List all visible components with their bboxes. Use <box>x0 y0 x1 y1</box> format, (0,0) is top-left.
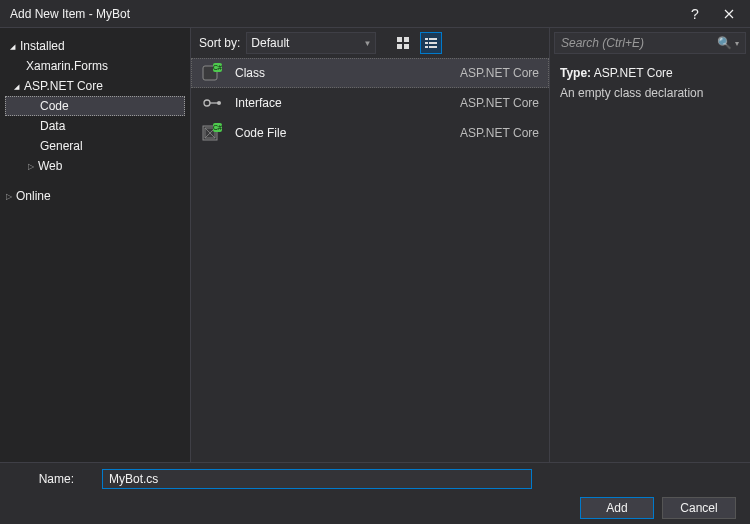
detail-description: An empty class declaration <box>560 86 740 100</box>
tree-node-code[interactable]: Code <box>5 96 185 116</box>
list-icon <box>424 36 438 50</box>
svg-text:C#: C# <box>213 124 222 131</box>
tree-node-aspnet-core[interactable]: ASP.NET Core <box>6 76 184 96</box>
detail-type-row: Type: ASP.NET Core <box>560 66 740 80</box>
grid-icon <box>396 36 410 50</box>
button-row: Add Cancel <box>0 491 750 524</box>
search-icon: 🔍 <box>717 36 732 50</box>
detail-body: Type: ASP.NET Core An empty class declar… <box>550 58 750 108</box>
search-input[interactable] <box>561 36 717 50</box>
svg-rect-8 <box>425 46 428 48</box>
template-item-interface[interactable]: Interface ASP.NET Core <box>191 88 549 118</box>
tree-label: Code <box>40 99 69 113</box>
template-list-pane: Sort by: Default ▼ <box>190 28 550 462</box>
close-button[interactable] <box>712 1 746 27</box>
svg-point-13 <box>204 100 210 106</box>
bottom-panel: Name: Add Cancel <box>0 462 750 524</box>
tree-node-online[interactable]: Online <box>6 186 184 206</box>
detail-pane: 🔍 ▾ Type: ASP.NET Core An empty class de… <box>550 28 750 462</box>
add-button[interactable]: Add <box>580 497 654 519</box>
content-area: Installed Xamarin.Forms ASP.NET Core Cod… <box>0 28 750 462</box>
chevron-down-icon <box>14 82 24 91</box>
titlebar: Add New Item - MyBot ? <box>0 0 750 28</box>
category-tree: Installed Xamarin.Forms ASP.NET Core Cod… <box>0 28 190 462</box>
detail-type-value: ASP.NET Core <box>594 66 673 80</box>
sortby-value: Default <box>251 36 289 50</box>
chevron-right-icon <box>28 162 38 171</box>
svg-point-15 <box>217 101 221 105</box>
tree-node-xamarin-forms[interactable]: Xamarin.Forms <box>6 56 184 76</box>
tree-node-general[interactable]: General <box>6 136 184 156</box>
chevron-right-icon <box>6 192 16 201</box>
svg-rect-1 <box>404 37 409 42</box>
interface-icon <box>201 93 223 113</box>
tree-node-installed[interactable]: Installed <box>6 36 184 56</box>
search-box[interactable]: 🔍 ▾ <box>554 32 746 54</box>
close-icon <box>724 9 734 19</box>
search-row: 🔍 ▾ <box>550 28 750 58</box>
chevron-down-icon: ▼ <box>363 39 371 48</box>
help-button[interactable]: ? <box>678 1 712 27</box>
tree-label: General <box>40 139 83 153</box>
name-label: Name: <box>36 472 74 486</box>
sortby-dropdown[interactable]: Default ▼ <box>246 32 376 54</box>
sortby-label: Sort by: <box>199 36 240 50</box>
tree-node-web[interactable]: Web <box>6 156 184 176</box>
name-input[interactable] <box>102 469 532 489</box>
view-icons-button[interactable] <box>392 32 414 54</box>
tree-label: Online <box>16 189 51 203</box>
svg-rect-5 <box>429 38 437 40</box>
template-item-codefile[interactable]: C# Code File ASP.NET Core <box>191 118 549 148</box>
svg-rect-3 <box>404 44 409 49</box>
tree-label: ASP.NET Core <box>24 79 103 93</box>
class-icon: C# <box>201 63 223 83</box>
svg-text:C#: C# <box>213 64 222 71</box>
svg-rect-6 <box>425 42 428 44</box>
button-label: Cancel <box>680 501 717 515</box>
template-list: C# Class ASP.NET Core Interface ASP.NET … <box>191 58 549 462</box>
tree-node-data[interactable]: Data <box>6 116 184 136</box>
sort-toolbar: Sort by: Default ▼ <box>191 28 549 58</box>
detail-type-label: Type: <box>560 66 591 80</box>
template-item-class[interactable]: C# Class ASP.NET Core <box>191 58 549 88</box>
chevron-down-icon: ▾ <box>735 39 739 48</box>
svg-rect-4 <box>425 38 428 40</box>
template-name: Code File <box>235 126 448 140</box>
view-list-button[interactable] <box>420 32 442 54</box>
chevron-down-icon <box>10 42 20 51</box>
template-category: ASP.NET Core <box>460 96 539 110</box>
tree-label: Xamarin.Forms <box>26 59 108 73</box>
codefile-icon: C# <box>201 123 223 143</box>
button-label: Add <box>606 501 627 515</box>
svg-rect-0 <box>397 37 402 42</box>
svg-rect-7 <box>429 42 437 44</box>
template-category: ASP.NET Core <box>460 126 539 140</box>
tree-label: Installed <box>20 39 65 53</box>
window-title: Add New Item - MyBot <box>10 7 678 21</box>
cancel-button[interactable]: Cancel <box>662 497 736 519</box>
template-category: ASP.NET Core <box>460 66 539 80</box>
template-name: Interface <box>235 96 448 110</box>
svg-rect-9 <box>429 46 437 48</box>
tree-label: Web <box>38 159 62 173</box>
name-row: Name: <box>0 463 750 491</box>
template-name: Class <box>235 66 448 80</box>
tree-label: Data <box>40 119 65 133</box>
svg-rect-2 <box>397 44 402 49</box>
